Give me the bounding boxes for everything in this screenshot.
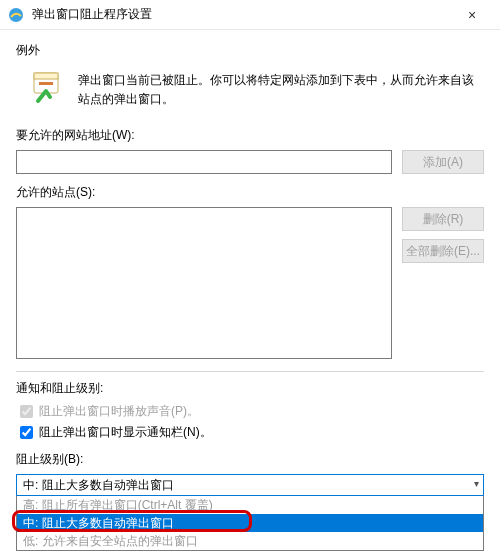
block-level-option-medium[interactable]: 中: 阻止大多数自动弹出窗口	[17, 514, 483, 532]
info-row: 弹出窗口当前已被阻止。你可以将特定网站添加到下表中，从而允许来自该站点的弹出窗口…	[16, 65, 484, 123]
allowed-sites-list[interactable]	[16, 207, 392, 359]
section-divider	[16, 371, 484, 372]
address-label: 要允许的网站地址(W):	[16, 127, 484, 144]
dialog-content: 例外 弹出窗口当前已被阻止。你可以将特定网站添加到下表中，从而允许来自该站点的弹…	[0, 30, 500, 551]
block-level-combo[interactable]: 中: 阻止大多数自动弹出窗口 ▾ 高: 阻止所有弹出窗口(Ctrl+Alt 覆盖…	[16, 474, 484, 551]
address-input[interactable]	[16, 150, 392, 174]
remove-button[interactable]: 删除(R)	[402, 207, 484, 231]
show-notifbar-checkbox-row[interactable]: 阻止弹出窗口时显示通知栏(N)。	[20, 424, 484, 441]
title-bar: 弹出窗口阻止程序设置 ×	[0, 0, 500, 30]
info-icon	[32, 71, 66, 105]
block-level-dropdown[interactable]: 高: 阻止所有弹出窗口(Ctrl+Alt 覆盖) 中: 阻止大多数自动弹出窗口 …	[16, 496, 484, 551]
remove-all-button[interactable]: 全部删除(E)...	[402, 239, 484, 263]
block-level-option-low[interactable]: 低: 允许来自安全站点的弹出窗口	[17, 532, 483, 550]
show-notifbar-label: 阻止弹出窗口时显示通知栏(N)。	[39, 424, 212, 441]
chevron-down-icon: ▾	[474, 478, 479, 489]
block-level-selected-text: 中: 阻止大多数自动弹出窗口	[23, 477, 174, 494]
exceptions-heading: 例外	[16, 42, 484, 59]
block-level-selected[interactable]: 中: 阻止大多数自动弹出窗口 ▾	[16, 474, 484, 496]
show-notifbar-checkbox[interactable]	[20, 426, 33, 439]
close-button[interactable]: ×	[452, 7, 492, 23]
add-button[interactable]: 添加(A)	[402, 150, 484, 174]
play-sound-checkbox-row[interactable]: 阻止弹出窗口时播放声音(P)。	[20, 403, 484, 420]
play-sound-label: 阻止弹出窗口时播放声音(P)。	[39, 403, 199, 420]
notify-heading: 通知和阻止级别:	[16, 380, 484, 397]
app-icon	[8, 7, 24, 23]
info-text: 弹出窗口当前已被阻止。你可以将特定网站添加到下表中，从而允许来自该站点的弹出窗口…	[78, 71, 480, 109]
block-level-label: 阻止级别(B):	[16, 451, 484, 468]
svg-rect-3	[39, 82, 53, 85]
block-level-option-high[interactable]: 高: 阻止所有弹出窗口(Ctrl+Alt 覆盖)	[17, 496, 483, 514]
window-title: 弹出窗口阻止程序设置	[32, 6, 452, 23]
sites-label: 允许的站点(S):	[16, 184, 484, 201]
play-sound-checkbox[interactable]	[20, 405, 33, 418]
svg-rect-2	[34, 73, 58, 79]
